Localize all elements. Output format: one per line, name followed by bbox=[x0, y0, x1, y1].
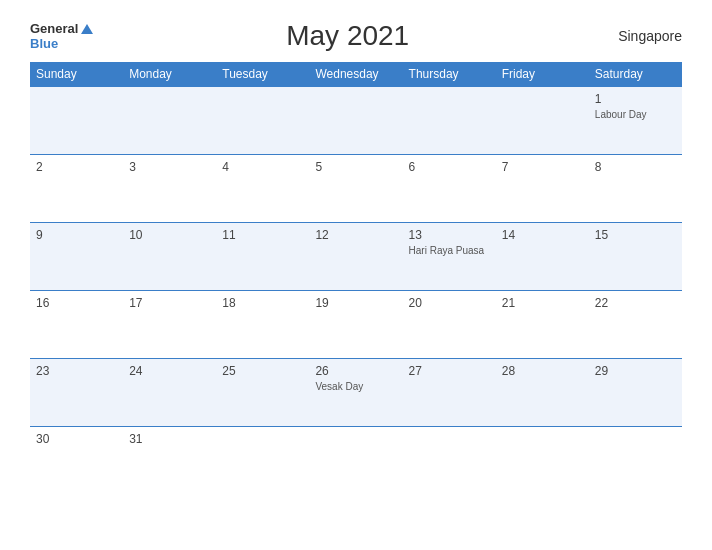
day-number: 25 bbox=[222, 364, 303, 378]
day-number: 3 bbox=[129, 160, 210, 174]
column-header-friday: Friday bbox=[496, 62, 589, 87]
calendar-cell: 29 bbox=[589, 359, 682, 427]
column-header-tuesday: Tuesday bbox=[216, 62, 309, 87]
column-header-saturday: Saturday bbox=[589, 62, 682, 87]
calendar-cell: 11 bbox=[216, 223, 309, 291]
day-number: 30 bbox=[36, 432, 117, 446]
week-row: 3031 bbox=[30, 427, 682, 495]
column-header-thursday: Thursday bbox=[403, 62, 496, 87]
day-number: 16 bbox=[36, 296, 117, 310]
day-number: 10 bbox=[129, 228, 210, 242]
calendar-cell: 30 bbox=[30, 427, 123, 495]
day-number: 15 bbox=[595, 228, 676, 242]
calendar-cell bbox=[496, 427, 589, 495]
day-number: 9 bbox=[36, 228, 117, 242]
calendar-cell: 5 bbox=[309, 155, 402, 223]
calendar-cell: 15 bbox=[589, 223, 682, 291]
calendar-cell: 10 bbox=[123, 223, 216, 291]
week-row: 1Labour Day bbox=[30, 87, 682, 155]
day-number: 8 bbox=[595, 160, 676, 174]
day-number: 6 bbox=[409, 160, 490, 174]
week-row: 2345678 bbox=[30, 155, 682, 223]
calendar-cell: 2 bbox=[30, 155, 123, 223]
week-row: 23242526Vesak Day272829 bbox=[30, 359, 682, 427]
day-number: 26 bbox=[315, 364, 396, 378]
day-number: 7 bbox=[502, 160, 583, 174]
calendar-cell: 23 bbox=[30, 359, 123, 427]
day-number: 23 bbox=[36, 364, 117, 378]
calendar-cell: 17 bbox=[123, 291, 216, 359]
calendar-cell bbox=[216, 87, 309, 155]
day-number: 18 bbox=[222, 296, 303, 310]
calendar-cell bbox=[589, 427, 682, 495]
holiday-name: Vesak Day bbox=[315, 380, 396, 393]
calendar-cell: 14 bbox=[496, 223, 589, 291]
day-number: 1 bbox=[595, 92, 676, 106]
week-row: 910111213Hari Raya Puasa1415 bbox=[30, 223, 682, 291]
calendar-cell: 3 bbox=[123, 155, 216, 223]
day-number: 27 bbox=[409, 364, 490, 378]
calendar-cell: 6 bbox=[403, 155, 496, 223]
calendar-cell: 21 bbox=[496, 291, 589, 359]
logo-triangle-icon bbox=[81, 24, 93, 34]
calendar-cell: 7 bbox=[496, 155, 589, 223]
calendar-cell: 25 bbox=[216, 359, 309, 427]
day-number: 17 bbox=[129, 296, 210, 310]
calendar-cell: 1Labour Day bbox=[589, 87, 682, 155]
calendar-cell: 12 bbox=[309, 223, 402, 291]
column-header-sunday: Sunday bbox=[30, 62, 123, 87]
day-number: 20 bbox=[409, 296, 490, 310]
calendar-cell bbox=[123, 87, 216, 155]
day-number: 28 bbox=[502, 364, 583, 378]
logo-blue-text: Blue bbox=[30, 36, 58, 51]
day-number: 14 bbox=[502, 228, 583, 242]
calendar-cell bbox=[216, 427, 309, 495]
calendar-cell: 20 bbox=[403, 291, 496, 359]
calendar-cell: 26Vesak Day bbox=[309, 359, 402, 427]
day-number: 13 bbox=[409, 228, 490, 242]
calendar-cell: 8 bbox=[589, 155, 682, 223]
calendar-cell: 31 bbox=[123, 427, 216, 495]
logo: General Blue bbox=[30, 21, 93, 51]
calendar-body: 1Labour Day2345678910111213Hari Raya Pua… bbox=[30, 87, 682, 495]
day-number: 12 bbox=[315, 228, 396, 242]
holiday-name: Labour Day bbox=[595, 108, 676, 121]
day-number: 24 bbox=[129, 364, 210, 378]
calendar-header-row: SundayMondayTuesdayWednesdayThursdayFrid… bbox=[30, 62, 682, 87]
calendar-header: General Blue May 2021 Singapore bbox=[30, 20, 682, 52]
day-number: 19 bbox=[315, 296, 396, 310]
day-number: 2 bbox=[36, 160, 117, 174]
day-number: 11 bbox=[222, 228, 303, 242]
calendar-cell bbox=[403, 427, 496, 495]
calendar-cell: 27 bbox=[403, 359, 496, 427]
column-header-monday: Monday bbox=[123, 62, 216, 87]
calendar-cell: 24 bbox=[123, 359, 216, 427]
calendar-title: May 2021 bbox=[93, 20, 602, 52]
calendar-cell bbox=[309, 87, 402, 155]
calendar-cell: 9 bbox=[30, 223, 123, 291]
country-label: Singapore bbox=[602, 28, 682, 44]
day-number: 29 bbox=[595, 364, 676, 378]
calendar-cell: 16 bbox=[30, 291, 123, 359]
week-row: 16171819202122 bbox=[30, 291, 682, 359]
calendar-cell: 4 bbox=[216, 155, 309, 223]
day-number: 31 bbox=[129, 432, 210, 446]
holiday-name: Hari Raya Puasa bbox=[409, 244, 490, 257]
calendar-cell: 18 bbox=[216, 291, 309, 359]
calendar-cell: 22 bbox=[589, 291, 682, 359]
calendar-cell: 19 bbox=[309, 291, 402, 359]
calendar-cell bbox=[403, 87, 496, 155]
day-number: 22 bbox=[595, 296, 676, 310]
calendar-cell bbox=[496, 87, 589, 155]
calendar-cell: 28 bbox=[496, 359, 589, 427]
day-number: 5 bbox=[315, 160, 396, 174]
calendar-cell: 13Hari Raya Puasa bbox=[403, 223, 496, 291]
calendar-table: SundayMondayTuesdayWednesdayThursdayFrid… bbox=[30, 62, 682, 495]
day-number: 4 bbox=[222, 160, 303, 174]
day-number: 21 bbox=[502, 296, 583, 310]
calendar-cell bbox=[309, 427, 402, 495]
calendar-cell bbox=[30, 87, 123, 155]
column-header-wednesday: Wednesday bbox=[309, 62, 402, 87]
logo-general-text: General bbox=[30, 21, 78, 36]
